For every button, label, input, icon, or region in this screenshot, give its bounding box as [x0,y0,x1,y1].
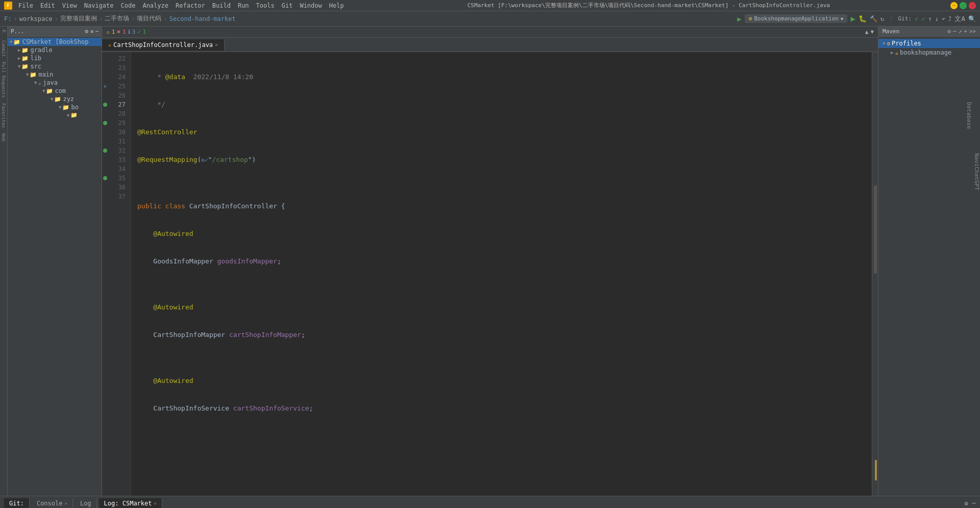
menu-file[interactable]: File [15,1,36,10]
maven-expand-icon[interactable]: ↗ [959,28,962,35]
log-tab-label: Log [80,500,91,507]
tab-console[interactable]: Console ✕ [32,498,73,509]
menu-view[interactable]: View [59,1,80,10]
code-line-28: @Autowired [137,229,866,238]
navichatgpt-label[interactable]: NaviChatGPT [973,153,980,190]
tree-item-csmarket[interactable]: ▼ 📁 CSMarket [BookShop [8,38,102,46]
maven-profiles[interactable]: ▼ ⚙ Profiles [878,39,980,48]
database-label[interactable]: Database [966,102,972,129]
project-icon[interactable]: P. [1,30,6,35]
path-second-hand[interactable]: Second-hand-market [169,15,236,22]
maximize-button[interactable]: □ [960,2,967,9]
menu-analyze[interactable]: Analyze [139,1,172,10]
nav-up-icon[interactable]: ▲ [865,29,869,35]
scrollbar-thumb [874,185,877,274]
error-icon: ✖ [117,29,120,35]
path-workspace[interactable]: workspace [19,15,53,22]
git-push[interactable]: ⤴ [948,15,951,22]
tree-item-src[interactable]: ▼ 📁 src [8,62,102,70]
ln-30: 30 [110,128,129,137]
code-line-23: */ [137,100,866,109]
editor-scrollbar[interactable] [872,52,878,496]
translate-icon[interactable]: 文A [954,14,965,23]
path-projects[interactable]: 完整项目案例 [60,14,97,23]
run-config-selector[interactable]: ⚙ BookshopmanageApplication ▼ [745,14,848,23]
maven-add-icon[interactable]: + [964,28,967,35]
project-expand-icon[interactable]: ≡ [90,29,93,34]
app-icon: F [4,2,12,10]
search-icon[interactable]: 🔍 [968,15,976,22]
git-checkmark[interactable]: ✓ [915,15,918,22]
ln-34: 34 [110,164,129,174]
web-icon[interactable]: Web [1,133,6,141]
git-checkmark2[interactable]: ✓ [921,15,925,22]
maven-settings-icon[interactable]: ⚙ [947,28,951,35]
bottom-minimize-icon[interactable]: ─ [972,500,976,507]
favorites-icon[interactable]: Favorites [1,103,6,128]
maven-bookshopmanage[interactable]: ▶ ☕ bookshopmanage [878,48,980,57]
menu-refactor[interactable]: Refactor [173,1,208,10]
menu-git[interactable]: Git [279,1,296,10]
tree-item-bo[interactable]: ▼ 📁 bo [8,103,102,111]
code-line-29: GoodsInfoMapper goodsInfoMapper; [137,257,866,266]
menu-navigate[interactable]: Navigate [81,1,117,10]
maven-minimize-icon[interactable]: ─ [953,28,957,35]
tree-item-sub1[interactable]: ▼ 📁 [8,111,102,119]
tree-item-main[interactable]: ▼ 📁 main [8,70,102,79]
close-button[interactable]: ✕ [969,2,976,9]
tree-item-lib[interactable]: ▶ 📁 lib [8,54,102,62]
tab-close-icon[interactable]: ✕ [215,42,218,47]
tab-log[interactable]: Log [75,498,97,509]
editor-tab-main[interactable]: ☕ CartShopInfoController.java ✕ [102,39,225,51]
tab-git[interactable]: Git: [4,498,30,509]
gutter-27 [102,100,108,109]
menu-tools[interactable]: Tools [253,1,278,10]
window-title: CSMarket [F:\workspace\完整项目案例\二手市场\项目代码\… [348,2,949,9]
maven-profiles-icon: ⚙ [887,40,890,47]
bottom-tabs: Git: Console ✕ Log Log: CSMarket ✕ ⚙ ─ [0,496,980,508]
project-settings-icon[interactable]: ⚙ [85,28,88,35]
tab-filename: CartShopInfoController.java [113,41,213,49]
go-back-icon[interactable]: ▶ [737,15,741,23]
path-market[interactable]: 二手市场 [105,14,129,23]
tab-log-csmarket[interactable]: Log: CSMarket ✕ [99,498,162,509]
git-tab-label: Git: [9,500,24,507]
tree-item-java[interactable]: ▼ ☕ java [8,79,102,87]
menu-run[interactable]: Run [235,1,252,10]
ln-25: 25 [110,82,129,91]
sync-button[interactable]: ↻ [880,15,884,22]
build-button[interactable]: 🔨 [870,15,877,22]
tree-item-gradle[interactable]: ▶ 📁 gradle [8,46,102,54]
pull-requests-icon[interactable]: Pull Requests [1,62,6,98]
gutter-30 [102,128,108,137]
maven-header: Maven ⚙ ─ ↗ + >> [878,27,980,37]
menu-edit[interactable]: Edit [37,1,58,10]
menu-build[interactable]: Build [209,1,234,10]
menu-help[interactable]: Help [326,1,347,10]
git-arrow-up[interactable]: ↑ [928,15,932,22]
tree-item-com[interactable]: ▼ 📁 com [8,87,102,95]
path-root[interactable]: F: [4,15,11,22]
run-button[interactable]: ▶ [850,14,855,23]
commit-icon[interactable]: Commit [1,40,6,57]
project-title: P... [11,28,24,35]
debug-button[interactable]: 🐛 [859,15,867,22]
log-csmarket-close-icon[interactable]: ✕ [154,501,157,506]
tree-label-com: com [55,87,66,94]
console-close-icon[interactable]: ✕ [64,501,67,506]
bottom-settings-icon[interactable]: ⚙ [965,500,968,507]
maven-panel: Maven ⚙ ─ ↗ + >> ▼ ⚙ Profiles ▶ ☕ booksh… [878,27,980,496]
menu-code[interactable]: Code [118,1,139,10]
git-arrow-down[interactable]: ↓ [935,15,939,22]
console-tab-label: Console [37,500,63,507]
project-collapse-icon[interactable]: ─ [95,29,99,34]
maven-more-icon[interactable]: >> [969,28,976,35]
nav-down-icon[interactable]: ▼ [870,29,874,35]
code-editor[interactable]: * @data 2022/11/8 14:20 */ @RestControll… [131,52,872,496]
path-code[interactable]: 项目代码 [137,14,161,23]
git-revert[interactable]: ↶ [942,15,945,22]
menu-window[interactable]: Window [297,1,325,10]
ln-32: 32 [110,146,129,155]
tree-item-zyz[interactable]: ▼ 📁 zyz [8,95,102,103]
minimize-button[interactable]: ─ [950,2,958,9]
